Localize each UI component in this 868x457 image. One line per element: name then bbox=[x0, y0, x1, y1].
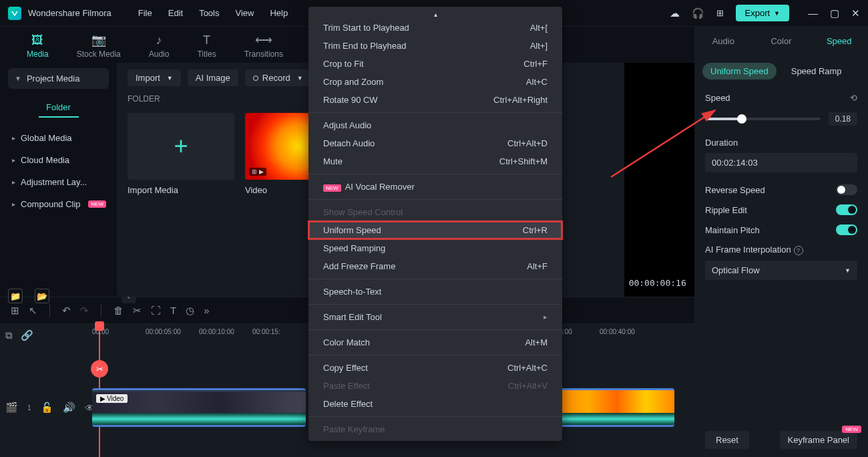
menu-item-crop-and-zoom[interactable]: Crop and ZoomAlt+C bbox=[308, 73, 562, 91]
media-card[interactable]: +Import Media bbox=[128, 113, 234, 195]
ripple-edit-toggle[interactable] bbox=[836, 204, 857, 215]
record-button[interactable]: Record▼ bbox=[245, 69, 311, 86]
menu-item-adjust-audio[interactable]: Adjust Audio bbox=[308, 116, 562, 134]
panel-tab-speed[interactable]: Speed bbox=[810, 27, 868, 55]
menu-item-color-match[interactable]: Color MatchAlt+M bbox=[308, 333, 562, 351]
sidebar-item-adjustment-lay---[interactable]: ▸Adjustment Lay... bbox=[8, 171, 109, 193]
menu-item-rotate----cw[interactable]: Rotate 90 CWCtrl+Alt+Right bbox=[308, 91, 562, 109]
menu-item-smart-edit-tool[interactable]: Smart Edit Tool▸ bbox=[308, 308, 562, 326]
panel-tab-audio[interactable]: Audio bbox=[694, 27, 752, 55]
menu-help[interactable]: Help bbox=[270, 8, 288, 18]
import-button[interactable]: Import▼ bbox=[128, 69, 181, 86]
menu-item-trim-end-to-playhead[interactable]: Trim End to PlayheadAlt+] bbox=[308, 37, 562, 55]
menu-item-paste-effect: Paste EffectCtrl+Alt+V bbox=[308, 377, 562, 395]
maximize-button[interactable]: ▢ bbox=[830, 7, 839, 19]
timeline-tick: 00:00:15: bbox=[252, 328, 280, 335]
split-button[interactable]: ✂ bbox=[91, 360, 108, 377]
sidebar-item-compound-clip[interactable]: ▸Compound ClipNEW bbox=[8, 193, 109, 215]
text-tool-icon[interactable]: T bbox=[170, 305, 176, 316]
menu-item-detach-audio[interactable]: Detach AudioCtrl+Alt+D bbox=[308, 134, 562, 152]
info-icon[interactable]: ? bbox=[794, 246, 803, 255]
tab-titles[interactable]: TTitles bbox=[197, 33, 216, 63]
menu-item-delete-effect[interactable]: Delete Effect bbox=[308, 395, 562, 413]
maintain-pitch-toggle[interactable] bbox=[836, 224, 857, 235]
menu-tools[interactable]: Tools bbox=[199, 8, 219, 18]
timeline-clip[interactable] bbox=[560, 388, 674, 427]
panel-tab-color[interactable]: Color bbox=[752, 27, 811, 55]
close-button[interactable]: ✕ bbox=[851, 7, 860, 19]
duration-label: Duration bbox=[705, 138, 857, 148]
tab-stock-media[interactable]: 📷Stock Media bbox=[77, 33, 121, 63]
speed-label: Speed bbox=[705, 93, 730, 103]
grid-tool-icon[interactable]: ⊞ bbox=[11, 305, 19, 317]
menu-item-mute[interactable]: MuteCtrl+Shift+M bbox=[308, 152, 562, 170]
project-media-button[interactable]: ▼ Project Media bbox=[8, 68, 109, 89]
ai-interp-label: AI Frame Interpolation bbox=[705, 245, 791, 255]
shortcut: Alt+F bbox=[527, 261, 548, 271]
context-menu: ▴ Trim Start to PlayheadAlt+[Trim End to… bbox=[308, 7, 562, 441]
timeline-clip[interactable]: ▶ Video bbox=[92, 388, 306, 427]
cut-icon[interactable]: ✂ bbox=[133, 305, 142, 317]
tab-audio[interactable]: ♪Audio bbox=[149, 33, 170, 63]
video-track-icon[interactable]: 🎬 bbox=[5, 402, 18, 414]
ai-image-button[interactable]: AI Image bbox=[188, 69, 238, 86]
menu-item-add-freeze-frame[interactable]: Add Freeze FrameAlt+F bbox=[308, 257, 562, 275]
clip-label: ▶ Video bbox=[96, 394, 128, 403]
app-logo bbox=[8, 7, 21, 20]
menu-item-speech-to-text[interactable]: Speech-to-Text bbox=[308, 283, 562, 301]
cloud-icon[interactable]: ☁ bbox=[670, 7, 680, 19]
grid-icon[interactable]: ⊞ bbox=[716, 8, 724, 18]
sidebar-item-global-media[interactable]: ▸Global Media bbox=[8, 127, 109, 149]
subtab-uniform-speed[interactable]: Uniform Speed bbox=[702, 63, 777, 80]
lock-icon[interactable]: 🔓 bbox=[41, 402, 53, 414]
delete-icon[interactable]: 🗑 bbox=[114, 305, 124, 316]
chevron-right-icon: ▸ bbox=[544, 313, 548, 321]
minimize-button[interactable]: — bbox=[808, 7, 818, 19]
ripple-edit-label: Ripple Edit bbox=[705, 205, 747, 215]
tab-media[interactable]: 🖼Media bbox=[27, 33, 49, 63]
new-bin-icon[interactable]: 📂 bbox=[35, 289, 49, 303]
keyframe-panel-button[interactable]: Keyframe PanelNEW bbox=[780, 431, 858, 449]
reset-button[interactable]: Reset bbox=[705, 431, 749, 449]
menu-item-ai-vocal-remover[interactable]: NEWAI Vocal Remover bbox=[308, 178, 562, 196]
headset-icon[interactable]: 🎧 bbox=[692, 7, 704, 19]
speed-icon[interactable]: ◷ bbox=[186, 305, 194, 317]
speed-value[interactable]: 0.18 bbox=[829, 112, 857, 126]
menu-item-crop-to-fit[interactable]: Crop to FitCtrl+F bbox=[308, 55, 562, 73]
reset-speed-icon[interactable]: ⟲ bbox=[850, 93, 857, 103]
link-icon[interactable]: 🔗 bbox=[21, 329, 33, 341]
menu-view[interactable]: View bbox=[235, 8, 254, 18]
mute-track-icon[interactable]: 🔊 bbox=[63, 402, 75, 414]
redo-icon[interactable]: ↷ bbox=[80, 305, 89, 317]
sidebar-item-cloud-media[interactable]: ▸Cloud Media bbox=[8, 149, 109, 171]
marker-icon[interactable]: ⧉ bbox=[5, 329, 13, 341]
speed-slider[interactable] bbox=[705, 118, 821, 120]
cursor-tool-icon[interactable]: ↖ bbox=[29, 305, 37, 317]
more-tools-icon[interactable]: » bbox=[204, 305, 209, 316]
reverse-speed-toggle[interactable] bbox=[836, 184, 857, 195]
menu-item-copy-effect[interactable]: Copy EffectCtrl+Alt+C bbox=[308, 359, 562, 377]
menu-item-paste-keyframe: Paste Keyframe bbox=[308, 420, 562, 438]
scroll-up-icon[interactable]: ▴ bbox=[434, 11, 437, 18]
ai-interp-select[interactable]: Optical Flow▼ bbox=[705, 261, 857, 280]
menu-item-uniform-speed[interactable]: Uniform SpeedCtrl+R bbox=[308, 221, 562, 239]
shortcut: Alt+C bbox=[526, 77, 548, 87]
record-icon bbox=[253, 75, 258, 81]
reverse-speed-label: Reverse Speed bbox=[705, 185, 765, 195]
undo-icon[interactable]: ↶ bbox=[62, 305, 71, 317]
folder-tab[interactable]: Folder bbox=[39, 98, 79, 118]
crop-icon[interactable]: ⛶ bbox=[151, 305, 161, 316]
shortcut: Alt+M bbox=[525, 337, 548, 347]
subtab-speed-ramp[interactable]: Speed Ramp bbox=[783, 63, 850, 80]
tab-transitions[interactable]: ⟷Transitions bbox=[244, 33, 283, 63]
shortcut: Ctrl+Alt+C bbox=[507, 363, 548, 373]
chevron-right-icon: ▸ bbox=[12, 156, 15, 164]
menu-item-speed-ramping[interactable]: Speed Ramping bbox=[308, 239, 562, 257]
menu-item-trim-start-to-playhead[interactable]: Trim Start to PlayheadAlt+[ bbox=[308, 19, 562, 37]
new-folder-icon[interactable]: 📁 bbox=[8, 289, 23, 303]
menu-file[interactable]: File bbox=[138, 8, 152, 18]
menu-edit[interactable]: Edit bbox=[168, 8, 183, 18]
duration-input[interactable] bbox=[705, 153, 857, 172]
export-button[interactable]: Export▼ bbox=[736, 5, 790, 21]
shortcut: Ctrl+Alt+V bbox=[508, 381, 548, 391]
